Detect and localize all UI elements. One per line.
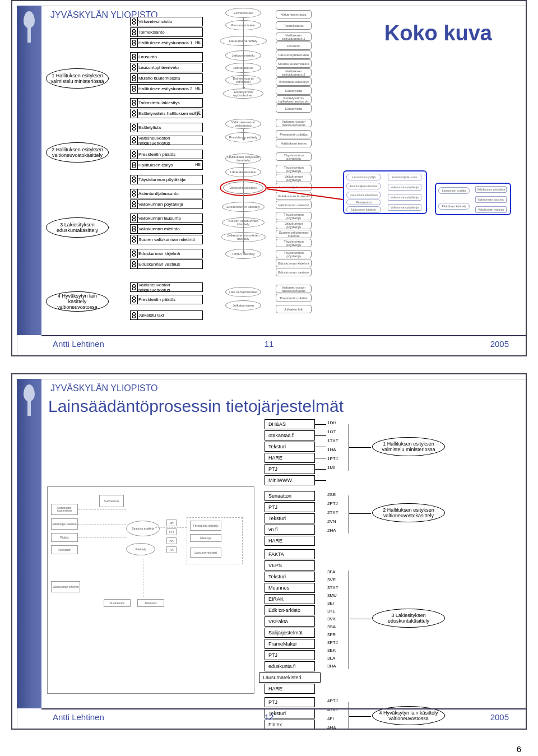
phase-1: 1 Hallituksen esityksen valmistelu minis… xyxy=(46,68,109,89)
phase-3: 3 Lakiesityksen eduskuntakäsittely xyxy=(46,217,109,238)
doc-item: Täysistunnon pöytäkirja xyxy=(130,175,203,184)
doc-item: Julkaistu laki xyxy=(130,310,203,320)
flow-output: Hallituksen esitys xyxy=(276,139,312,147)
he-tag: HE xyxy=(195,86,201,90)
flow-output: Julkaistu laki xyxy=(276,305,312,313)
doc-item: Tarkastettu lakiesitys xyxy=(130,98,203,108)
flow-output: Virkamiesmuistio xyxy=(276,10,312,18)
doc-item: Valiokunnan lausunto xyxy=(130,214,203,223)
doc-item: Presidentin päätös xyxy=(130,295,203,304)
phase-2: 2 Hallituksen esityksen valtioneuvostokä… xyxy=(46,142,109,163)
system-id: 3PTJ xyxy=(327,640,338,645)
system-id: 3TE xyxy=(327,609,336,614)
system-id: 3FR xyxy=(327,632,336,637)
torch-icon xyxy=(21,11,37,45)
doc-item: Hallituksen esitysHE xyxy=(130,160,203,170)
footer-author: Antti Lehtinen xyxy=(53,339,104,349)
flow-node: Hallituksen esityksen ilmoittelu xyxy=(225,154,261,164)
flow-output: Toimeksianto xyxy=(276,21,312,30)
flow-output: Täysistunnon pöytäkirja xyxy=(276,239,312,247)
doc-item: Toimeksianto xyxy=(130,27,203,37)
slide-12: JYVÄSKYLÄN YLIOPISTO Lainsäädäntöprosess… xyxy=(11,373,527,730)
slide-11: JYVÄSKYLÄN YLIOPISTO Koko kuva 1 Hallitu… xyxy=(11,0,527,356)
doc-item: Valiokunnan mietintö xyxy=(130,224,203,234)
footer-year: 2005 xyxy=(490,339,509,349)
flow-output: Valtioneuvoston ratkaisuehdotus xyxy=(276,119,312,127)
doc-item: Eduskunnan vastaus xyxy=(130,259,203,269)
system-id: 4FI xyxy=(327,716,334,721)
flow-node: Esivalmistelu xyxy=(225,8,261,18)
footer-rule xyxy=(41,335,526,336)
system-id: 4PTJ xyxy=(327,698,338,703)
flow-output: Esittelylista xyxy=(276,86,312,95)
system-box: Muunnos xyxy=(265,583,315,593)
system-box: EIRAK xyxy=(265,594,315,604)
flow-arrow xyxy=(243,164,244,253)
doc-item: Muistio kuulemisesta xyxy=(130,73,203,83)
highlight-line xyxy=(267,187,343,188)
system-box: Edk txt-arkisto xyxy=(265,605,315,615)
he-tag: HE xyxy=(195,163,201,166)
flow-node: Lain vahvistaminen xyxy=(225,287,261,297)
flow-output: Täysistunnon pöytäkirja xyxy=(276,250,312,258)
system-id: 3VE xyxy=(327,577,336,582)
system-id: 3TXT xyxy=(327,585,338,590)
system-box: PTJ xyxy=(265,502,315,512)
system-box: vn.fi xyxy=(265,525,315,535)
system-box: otakantaa.fi xyxy=(265,430,315,440)
system-box: MiniWWW xyxy=(265,475,315,485)
system-box: FrameMaker xyxy=(265,639,315,649)
doc-item: Esittelyvalmis hallituksen esitysHE xyxy=(130,109,203,118)
system-box: PTJ xyxy=(265,464,315,474)
system-box: Senaattori xyxy=(265,491,315,501)
footer-slide-number: 12 xyxy=(265,712,274,722)
doc-item: Suuren valiokunnan mietintö xyxy=(130,235,203,244)
system-box: Teksturi xyxy=(265,442,315,452)
flow-output: Valiokunnan pöytäkirja xyxy=(276,221,312,229)
flow-output: Hallituksen esitysluonnos 1 xyxy=(276,33,312,41)
doc-item: Esittelylista xyxy=(130,123,203,132)
he-tag: HE xyxy=(195,111,201,115)
flow-arrow xyxy=(243,129,244,140)
doc-item: Hallituksen esitysluonnos 1HE xyxy=(130,38,203,48)
phase-oval: 2 Hallituksen esityksen valtioneuvostokä… xyxy=(372,503,445,522)
system-box: HARE xyxy=(265,536,315,546)
system-box: FAKTA xyxy=(265,549,315,559)
left-brand-stripe xyxy=(17,379,41,708)
flow-output: Eduskunnan kirjelmä xyxy=(276,259,312,267)
system-id: 3VK xyxy=(327,616,336,622)
system-id: 1HA xyxy=(327,447,336,452)
doc-item: Valtioneuvoston ratkaisuehdotus xyxy=(130,282,203,292)
flow-output: Täysistunnon pöytäkirja xyxy=(276,152,312,161)
flow-output: Eduskunnan vastaus xyxy=(276,268,312,276)
system-box: HARE xyxy=(265,684,315,694)
doc-item: Eduskunnan kirjelmä xyxy=(130,249,203,258)
he-tag: HE xyxy=(195,40,201,44)
flow-output: Valiokunnan mietintö xyxy=(276,201,312,209)
system-id: 4HA xyxy=(327,725,336,730)
doc-item: Lausuntoyhteenveto xyxy=(130,63,203,72)
system-id: 3EK xyxy=(327,648,336,653)
process-diagram: 1 Hallituksen esityksen valmistelu minis… xyxy=(46,8,522,333)
flow-output: Tarkastettu lakiesitys xyxy=(276,77,312,86)
system-box: HARE xyxy=(265,453,315,463)
system-box: Lausumarekisteri xyxy=(259,672,321,683)
flow-node: Esittelyluvan myöntäminen xyxy=(223,89,263,99)
flow-output: Presidentin päätös xyxy=(276,294,312,302)
page-number: 6 xyxy=(517,744,521,746)
system-box: VEPS xyxy=(265,560,315,571)
system-id: 3EI xyxy=(327,601,334,606)
system-id: 3LA xyxy=(327,656,335,661)
system-box: Salijärjestelmät xyxy=(265,628,315,638)
flow-output: Lausunto xyxy=(276,41,312,50)
system-id: 1DH xyxy=(327,420,336,425)
system-box: Teksturi xyxy=(265,572,315,582)
detail-group-a: Lausunnon pyytäjä Asiantuntijakuuleminen… xyxy=(343,170,427,214)
flow-output: Valtioneuvoston ratkaisuehdotus xyxy=(276,285,312,293)
footer-slide-number: 11 xyxy=(265,339,274,349)
system-box: Teksturi xyxy=(265,513,315,523)
flow-node: Julkaiseminen xyxy=(225,300,261,310)
footer-year: 2005 xyxy=(490,712,509,722)
system-id: 2HA xyxy=(327,528,336,533)
system-id: 1MI xyxy=(327,465,335,470)
